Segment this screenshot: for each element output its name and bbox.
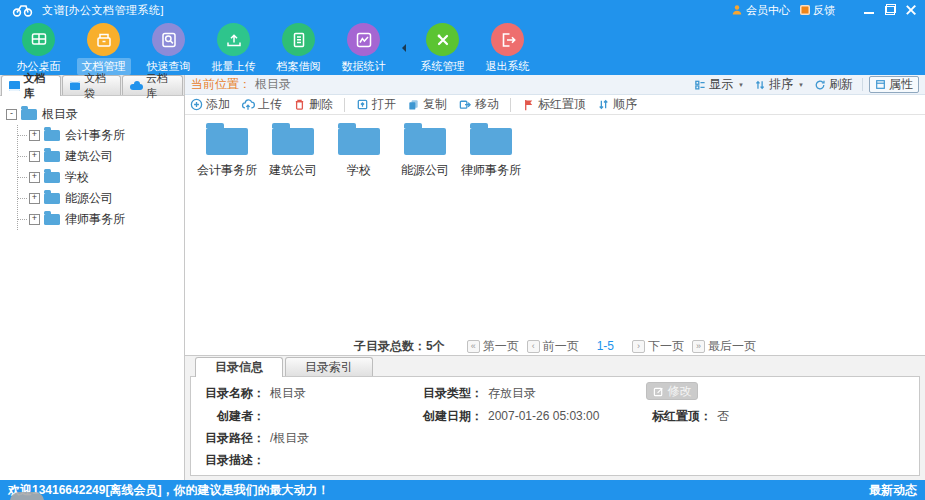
prev-page-button[interactable]: 前一页 xyxy=(527,338,579,355)
toolbar-item-document-manage[interactable]: 文档管理 xyxy=(71,20,136,75)
open-button[interactable]: 打开 xyxy=(356,96,396,113)
add-label: 添加 xyxy=(206,96,230,113)
main-area: 文档库 文档袋 云档库 根目录 xyxy=(0,75,925,480)
sort-button[interactable]: 排序 xyxy=(751,76,807,93)
tab-document-library[interactable]: 文档库 xyxy=(1,75,61,96)
tree-item[interactable]: 学校 xyxy=(18,167,184,188)
tab-cloud-archive[interactable]: 云档库 xyxy=(122,75,183,95)
feedback-link[interactable]: 反馈 xyxy=(800,3,835,18)
upload-button[interactable]: 上传 xyxy=(241,96,282,113)
tree-item[interactable]: 建筑公司 xyxy=(18,146,184,167)
pagination-bar: 子目录总数：5个 第一页 前一页 1-5 下一页 最后一页 xyxy=(185,337,925,355)
refresh-icon xyxy=(814,79,826,91)
feedback-label: 反馈 xyxy=(813,3,835,18)
latest-news-link[interactable]: 最新动态 xyxy=(869,482,917,499)
sidebar: 文档库 文档袋 云档库 根目录 xyxy=(0,75,185,480)
minimize-button[interactable] xyxy=(863,4,875,16)
folder-tile[interactable]: 能源公司 xyxy=(393,123,457,179)
document-bag-icon xyxy=(70,81,81,90)
delete-label: 删除 xyxy=(309,96,333,113)
toolbar-item-archive-borrow[interactable]: 档案借阅 xyxy=(266,20,331,75)
tab-directory-info[interactable]: 目录信息 xyxy=(195,357,283,377)
toolbar-item-system-manage[interactable]: 系统管理 xyxy=(410,20,475,75)
folder-icon xyxy=(44,214,60,225)
desktop-icon xyxy=(22,23,55,56)
first-page-icon xyxy=(467,340,480,353)
toolbar-collapse-arrow-icon[interactable] xyxy=(396,20,410,75)
collapse-expander-icon[interactable] xyxy=(6,109,17,120)
document-library-icon xyxy=(9,81,20,91)
cloud-icon xyxy=(130,81,141,90)
folder-icon xyxy=(44,193,60,204)
expand-expander-icon[interactable] xyxy=(29,172,40,183)
directory-info-body: 目录名称：根目录 目录类型：存放目录 创建者： 创建日期：2007-01-26 … xyxy=(190,376,920,476)
flag-top-button[interactable]: 标红置顶 xyxy=(522,96,586,113)
system-manage-icon xyxy=(426,23,459,56)
feedback-icon xyxy=(800,5,810,15)
folder-label: 建筑公司 xyxy=(269,162,317,179)
tab-document-bag[interactable]: 文档袋 xyxy=(62,75,122,95)
tree-item[interactable]: 律师事务所 xyxy=(18,209,184,230)
tree-item-label: 律师事务所 xyxy=(65,211,125,228)
tree-item[interactable]: 会计事务所 xyxy=(18,125,184,146)
tree-root-row[interactable]: 根目录 xyxy=(6,104,184,125)
close-button[interactable] xyxy=(905,4,917,16)
info-row: 创建者： 创建日期：2007-01-26 05:03:00 标红置顶：否 xyxy=(191,406,919,426)
folder-tile[interactable]: 建筑公司 xyxy=(261,123,325,179)
folder-tile[interactable]: 律师事务所 xyxy=(459,123,523,179)
refresh-label: 刷新 xyxy=(829,76,853,93)
prev-page-label: 前一页 xyxy=(543,338,579,355)
properties-button[interactable]: 属性 xyxy=(869,76,919,93)
display-button[interactable]: 显示 xyxy=(691,76,747,93)
content-area: 当前位置： 根目录 显示 排序 刷新 xyxy=(185,75,925,480)
expand-expander-icon[interactable] xyxy=(29,130,40,141)
flag-top-label: 标红置顶 xyxy=(538,96,586,113)
location-label: 当前位置： xyxy=(191,76,251,93)
add-icon xyxy=(190,98,203,111)
move-button[interactable]: 移动 xyxy=(458,96,499,113)
folder-tile[interactable]: 学校 xyxy=(327,123,391,179)
tree-item[interactable]: 能源公司 xyxy=(18,188,184,209)
divider xyxy=(510,98,511,112)
status-bar: 欢迎13416642249[离线会员]，你的建议是我们的最大动力！ 最新动态 xyxy=(0,480,925,500)
folder-label: 学校 xyxy=(347,162,371,179)
next-page-button[interactable]: 下一页 xyxy=(632,338,684,355)
first-page-button[interactable]: 第一页 xyxy=(467,338,519,355)
location-value: 根目录 xyxy=(255,76,291,93)
folder-icon xyxy=(44,130,60,141)
last-page-icon xyxy=(692,340,705,353)
toolbar-label: 系统管理 xyxy=(416,58,470,75)
first-page-label: 第一页 xyxy=(483,338,519,355)
member-center-link[interactable]: 会员中心 xyxy=(731,3,790,18)
batch-upload-icon xyxy=(217,23,250,56)
copy-label: 复制 xyxy=(423,96,447,113)
toolbar-item-quick-search[interactable]: 快速查询 xyxy=(136,20,201,75)
sort-label: 排序 xyxy=(769,76,793,93)
move-icon xyxy=(458,98,472,111)
refresh-button[interactable]: 刷新 xyxy=(811,76,856,93)
expand-expander-icon[interactable] xyxy=(29,214,40,225)
modify-button[interactable]: 修改 xyxy=(646,382,698,400)
toolbar-item-batch-upload[interactable]: 批量上传 xyxy=(201,20,266,75)
toolbar-item-office-desktop[interactable]: 办公桌面 xyxy=(6,20,71,75)
dir-name-value: 根目录 xyxy=(270,386,306,400)
tab-directory-index[interactable]: 目录索引 xyxy=(285,357,373,376)
last-page-button[interactable]: 最后一页 xyxy=(692,338,756,355)
toolbar-item-data-stats[interactable]: 数据统计 xyxy=(331,20,396,75)
toolbar-item-exit-system[interactable]: 退出系统 xyxy=(475,20,540,75)
expand-expander-icon[interactable] xyxy=(29,193,40,204)
dir-path-label: 目录路径： xyxy=(203,430,265,447)
page-range[interactable]: 1-5 xyxy=(597,339,614,353)
delete-button[interactable]: 删除 xyxy=(293,96,333,113)
directory-tree: 根目录 会计事务所 建筑公司 xyxy=(0,96,184,480)
order-button[interactable]: 顺序 xyxy=(597,96,637,113)
folder-tile[interactable]: 会计事务所 xyxy=(195,123,259,179)
open-icon xyxy=(356,98,369,111)
dir-path-value: /根目录 xyxy=(270,431,309,445)
member-icon xyxy=(731,4,743,16)
add-button[interactable]: 添加 xyxy=(190,96,230,113)
restore-button[interactable] xyxy=(884,4,896,16)
copy-button[interactable]: 复制 xyxy=(407,96,447,113)
expand-expander-icon[interactable] xyxy=(29,151,40,162)
tree-item-label: 能源公司 xyxy=(65,190,113,207)
